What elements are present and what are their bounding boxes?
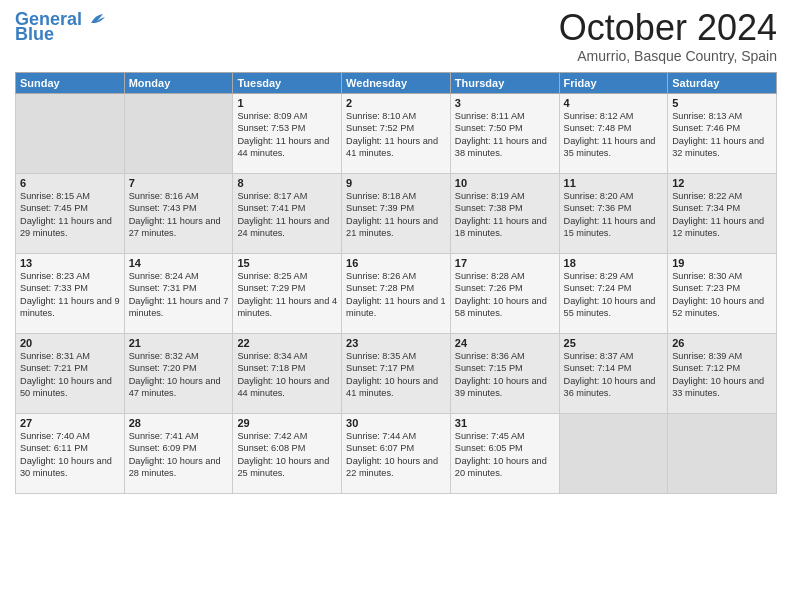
day-number: 24 — [455, 337, 555, 349]
calendar-cell: 2Sunrise: 8:10 AM Sunset: 7:52 PM Daylig… — [342, 94, 451, 174]
cell-info: Sunrise: 8:16 AM Sunset: 7:43 PM Dayligh… — [129, 190, 229, 240]
calendar-week-4: 20Sunrise: 8:31 AM Sunset: 7:21 PM Dayli… — [16, 334, 777, 414]
cell-info: Sunrise: 8:32 AM Sunset: 7:20 PM Dayligh… — [129, 350, 229, 400]
cell-info: Sunrise: 7:42 AM Sunset: 6:08 PM Dayligh… — [237, 430, 337, 480]
calendar-cell: 12Sunrise: 8:22 AM Sunset: 7:34 PM Dayli… — [668, 174, 777, 254]
day-number: 16 — [346, 257, 446, 269]
calendar-cell: 14Sunrise: 8:24 AM Sunset: 7:31 PM Dayli… — [124, 254, 233, 334]
calendar-cell: 16Sunrise: 8:26 AM Sunset: 7:28 PM Dayli… — [342, 254, 451, 334]
calendar-cell: 26Sunrise: 8:39 AM Sunset: 7:12 PM Dayli… — [668, 334, 777, 414]
calendar-cell: 1Sunrise: 8:09 AM Sunset: 7:53 PM Daylig… — [233, 94, 342, 174]
cell-info: Sunrise: 8:30 AM Sunset: 7:23 PM Dayligh… — [672, 270, 772, 320]
day-number: 17 — [455, 257, 555, 269]
cell-info: Sunrise: 8:09 AM Sunset: 7:53 PM Dayligh… — [237, 110, 337, 160]
cell-info: Sunrise: 8:36 AM Sunset: 7:15 PM Dayligh… — [455, 350, 555, 400]
day-number: 18 — [564, 257, 664, 269]
weekday-header-saturday: Saturday — [668, 73, 777, 94]
weekday-header-sunday: Sunday — [16, 73, 125, 94]
cell-info: Sunrise: 8:26 AM Sunset: 7:28 PM Dayligh… — [346, 270, 446, 320]
month-title: October 2024 — [559, 10, 777, 46]
day-number: 29 — [237, 417, 337, 429]
calendar-week-1: 1Sunrise: 8:09 AM Sunset: 7:53 PM Daylig… — [16, 94, 777, 174]
logo: General Blue — [15, 10, 107, 45]
day-number: 28 — [129, 417, 229, 429]
day-number: 7 — [129, 177, 229, 189]
day-number: 31 — [455, 417, 555, 429]
weekday-header-tuesday: Tuesday — [233, 73, 342, 94]
cell-info: Sunrise: 7:44 AM Sunset: 6:07 PM Dayligh… — [346, 430, 446, 480]
calendar-cell: 21Sunrise: 8:32 AM Sunset: 7:20 PM Dayli… — [124, 334, 233, 414]
location-subtitle: Amurrio, Basque Country, Spain — [559, 48, 777, 64]
day-number: 4 — [564, 97, 664, 109]
calendar-cell: 27Sunrise: 7:40 AM Sunset: 6:11 PM Dayli… — [16, 414, 125, 494]
calendar-cell — [668, 414, 777, 494]
cell-info: Sunrise: 7:45 AM Sunset: 6:05 PM Dayligh… — [455, 430, 555, 480]
calendar-week-5: 27Sunrise: 7:40 AM Sunset: 6:11 PM Dayli… — [16, 414, 777, 494]
cell-info: Sunrise: 8:37 AM Sunset: 7:14 PM Dayligh… — [564, 350, 664, 400]
weekday-header-friday: Friday — [559, 73, 668, 94]
day-number: 19 — [672, 257, 772, 269]
calendar-cell: 13Sunrise: 8:23 AM Sunset: 7:33 PM Dayli… — [16, 254, 125, 334]
calendar-cell: 25Sunrise: 8:37 AM Sunset: 7:14 PM Dayli… — [559, 334, 668, 414]
title-block: October 2024 Amurrio, Basque Country, Sp… — [559, 10, 777, 64]
calendar-cell: 9Sunrise: 8:18 AM Sunset: 7:39 PM Daylig… — [342, 174, 451, 254]
cell-info: Sunrise: 8:22 AM Sunset: 7:34 PM Dayligh… — [672, 190, 772, 240]
day-number: 30 — [346, 417, 446, 429]
cell-info: Sunrise: 7:40 AM Sunset: 6:11 PM Dayligh… — [20, 430, 120, 480]
cell-info: Sunrise: 8:15 AM Sunset: 7:45 PM Dayligh… — [20, 190, 120, 240]
calendar-cell: 3Sunrise: 8:11 AM Sunset: 7:50 PM Daylig… — [450, 94, 559, 174]
day-number: 25 — [564, 337, 664, 349]
day-number: 2 — [346, 97, 446, 109]
cell-info: Sunrise: 8:20 AM Sunset: 7:36 PM Dayligh… — [564, 190, 664, 240]
calendar-cell: 18Sunrise: 8:29 AM Sunset: 7:24 PM Dayli… — [559, 254, 668, 334]
cell-info: Sunrise: 8:29 AM Sunset: 7:24 PM Dayligh… — [564, 270, 664, 320]
calendar-cell: 8Sunrise: 8:17 AM Sunset: 7:41 PM Daylig… — [233, 174, 342, 254]
cell-info: Sunrise: 8:18 AM Sunset: 7:39 PM Dayligh… — [346, 190, 446, 240]
calendar-cell — [124, 94, 233, 174]
cell-info: Sunrise: 8:17 AM Sunset: 7:41 PM Dayligh… — [237, 190, 337, 240]
weekday-header-monday: Monday — [124, 73, 233, 94]
day-number: 1 — [237, 97, 337, 109]
day-number: 20 — [20, 337, 120, 349]
day-number: 21 — [129, 337, 229, 349]
cell-info: Sunrise: 7:41 AM Sunset: 6:09 PM Dayligh… — [129, 430, 229, 480]
day-number: 11 — [564, 177, 664, 189]
day-number: 9 — [346, 177, 446, 189]
cell-info: Sunrise: 8:31 AM Sunset: 7:21 PM Dayligh… — [20, 350, 120, 400]
calendar-table: SundayMondayTuesdayWednesdayThursdayFrid… — [15, 72, 777, 494]
day-number: 12 — [672, 177, 772, 189]
calendar-cell: 10Sunrise: 8:19 AM Sunset: 7:38 PM Dayli… — [450, 174, 559, 254]
calendar-cell: 7Sunrise: 8:16 AM Sunset: 7:43 PM Daylig… — [124, 174, 233, 254]
day-number: 8 — [237, 177, 337, 189]
calendar-cell — [559, 414, 668, 494]
calendar-cell: 20Sunrise: 8:31 AM Sunset: 7:21 PM Dayli… — [16, 334, 125, 414]
cell-info: Sunrise: 8:35 AM Sunset: 7:17 PM Dayligh… — [346, 350, 446, 400]
calendar-cell: 28Sunrise: 7:41 AM Sunset: 6:09 PM Dayli… — [124, 414, 233, 494]
cell-info: Sunrise: 8:10 AM Sunset: 7:52 PM Dayligh… — [346, 110, 446, 160]
weekday-header-thursday: Thursday — [450, 73, 559, 94]
cell-info: Sunrise: 8:28 AM Sunset: 7:26 PM Dayligh… — [455, 270, 555, 320]
calendar-cell: 24Sunrise: 8:36 AM Sunset: 7:15 PM Dayli… — [450, 334, 559, 414]
calendar-week-3: 13Sunrise: 8:23 AM Sunset: 7:33 PM Dayli… — [16, 254, 777, 334]
cell-info: Sunrise: 8:13 AM Sunset: 7:46 PM Dayligh… — [672, 110, 772, 160]
cell-info: Sunrise: 8:11 AM Sunset: 7:50 PM Dayligh… — [455, 110, 555, 160]
day-number: 5 — [672, 97, 772, 109]
day-number: 22 — [237, 337, 337, 349]
page-header: General Blue October 2024 Amurrio, Basqu… — [15, 10, 777, 64]
calendar-cell: 29Sunrise: 7:42 AM Sunset: 6:08 PM Dayli… — [233, 414, 342, 494]
calendar-week-2: 6Sunrise: 8:15 AM Sunset: 7:45 PM Daylig… — [16, 174, 777, 254]
day-number: 23 — [346, 337, 446, 349]
calendar-cell: 23Sunrise: 8:35 AM Sunset: 7:17 PM Dayli… — [342, 334, 451, 414]
day-number: 26 — [672, 337, 772, 349]
day-number: 27 — [20, 417, 120, 429]
cell-info: Sunrise: 8:19 AM Sunset: 7:38 PM Dayligh… — [455, 190, 555, 240]
calendar-cell: 15Sunrise: 8:25 AM Sunset: 7:29 PM Dayli… — [233, 254, 342, 334]
cell-info: Sunrise: 8:34 AM Sunset: 7:18 PM Dayligh… — [237, 350, 337, 400]
calendar-cell — [16, 94, 125, 174]
day-number: 15 — [237, 257, 337, 269]
calendar-cell: 6Sunrise: 8:15 AM Sunset: 7:45 PM Daylig… — [16, 174, 125, 254]
calendar-cell: 11Sunrise: 8:20 AM Sunset: 7:36 PM Dayli… — [559, 174, 668, 254]
calendar-cell: 22Sunrise: 8:34 AM Sunset: 7:18 PM Dayli… — [233, 334, 342, 414]
day-number: 14 — [129, 257, 229, 269]
logo-blue: Blue — [15, 24, 54, 45]
